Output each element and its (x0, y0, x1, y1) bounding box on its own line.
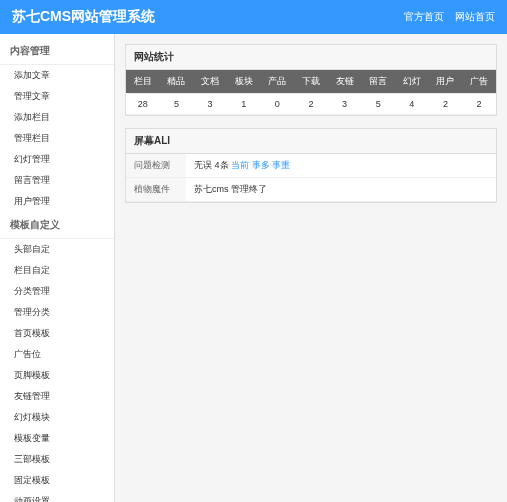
header: 苏七CMS网站管理系统 官方首页 网站首页 (0, 0, 507, 34)
stats-cell: 5 (160, 94, 194, 115)
sidebar-item[interactable]: 添加栏目 (0, 107, 114, 128)
info-title: 屏幕ALI (126, 129, 496, 154)
stats-cell: 3 (328, 94, 362, 115)
stats-panel: 网站统计 栏目精品文档板块产品下载友链留言幻灯用户广告 285310235422 (125, 44, 497, 116)
stats-title: 网站统计 (126, 45, 496, 70)
side-title: 内容管理 (0, 38, 114, 65)
stats-header: 广告 (462, 70, 496, 94)
stats-cell: 2 (462, 94, 496, 115)
info-row: 问题检测无误 4条 当前 事多 事重 (126, 154, 496, 178)
stats-table: 栏目精品文档板块产品下载友链留言幻灯用户广告 285310235422 (126, 70, 496, 115)
info-value: 无误 4条 当前 事多 事重 (186, 154, 496, 178)
info-key: 问题检测 (126, 154, 186, 178)
info-value: 苏七cms 管理终了 (186, 178, 496, 202)
stats-cell: 5 (361, 94, 395, 115)
stats-cell: 0 (261, 94, 295, 115)
stats-cell: 28 (126, 94, 160, 115)
header-link-home[interactable]: 网站首页 (455, 11, 495, 22)
app-title: 苏七CMS网站管理系统 (12, 8, 155, 26)
sidebar: 内容管理添加文章管理文章添加栏目管理栏目幻灯管理留言管理用户管理模板自定义头部自… (0, 34, 115, 502)
sidebar-item[interactable]: 管理文章 (0, 86, 114, 107)
stats-header: 栏目 (126, 70, 160, 94)
stats-header: 板块 (227, 70, 261, 94)
stats-cell: 1 (227, 94, 261, 115)
stats-header: 幻灯 (395, 70, 429, 94)
sidebar-item[interactable]: 固定模板 (0, 470, 114, 491)
stats-header: 下载 (294, 70, 328, 94)
stats-header: 留言 (361, 70, 395, 94)
info-row: 植物魔件苏七cms 管理终了 (126, 178, 496, 202)
info-panel: 屏幕ALI 问题检测无误 4条 当前 事多 事重植物魔件苏七cms 管理终了 (125, 128, 497, 203)
stats-header: 产品 (261, 70, 295, 94)
stats-cell: 3 (193, 94, 227, 115)
header-link-official[interactable]: 官方首页 (404, 11, 444, 22)
sidebar-item[interactable]: 管理分类 (0, 302, 114, 323)
sidebar-item[interactable]: 栏目自定 (0, 260, 114, 281)
info-key: 植物魔件 (126, 178, 186, 202)
stats-cell: 2 (294, 94, 328, 115)
sidebar-item[interactable]: 管理栏目 (0, 128, 114, 149)
sidebar-item[interactable]: 留言管理 (0, 170, 114, 191)
stats-header: 用户 (429, 70, 463, 94)
sidebar-item[interactable]: 页脚模板 (0, 365, 114, 386)
side-title: 模板自定义 (0, 212, 114, 239)
info-table: 问题检测无误 4条 当前 事多 事重植物魔件苏七cms 管理终了 (126, 154, 496, 202)
stats-cell: 4 (395, 94, 429, 115)
stats-header: 文档 (193, 70, 227, 94)
sidebar-item[interactable]: 三部模板 (0, 449, 114, 470)
container: 内容管理添加文章管理文章添加栏目管理栏目幻灯管理留言管理用户管理模板自定义头部自… (0, 34, 507, 502)
sidebar-item[interactable]: 友链管理 (0, 386, 114, 407)
stats-header: 精品 (160, 70, 194, 94)
sidebar-item[interactable]: 动画设置 (0, 491, 114, 502)
sidebar-item[interactable]: 首页模板 (0, 323, 114, 344)
sidebar-item[interactable]: 幻灯管理 (0, 149, 114, 170)
sidebar-item[interactable]: 分类管理 (0, 281, 114, 302)
sidebar-item[interactable]: 添加文章 (0, 65, 114, 86)
main-content: 网站统计 栏目精品文档板块产品下载友链留言幻灯用户广告 285310235422… (115, 34, 507, 502)
sidebar-item[interactable]: 用户管理 (0, 191, 114, 212)
stats-header: 友链 (328, 70, 362, 94)
sidebar-item[interactable]: 模板变量 (0, 428, 114, 449)
info-link[interactable]: 当前 事多 事重 (231, 160, 290, 170)
sidebar-item[interactable]: 幻灯模块 (0, 407, 114, 428)
header-links: 官方首页 网站首页 (396, 10, 495, 24)
sidebar-item[interactable]: 广告位 (0, 344, 114, 365)
sidebar-item[interactable]: 头部自定 (0, 239, 114, 260)
stats-cell: 2 (429, 94, 463, 115)
